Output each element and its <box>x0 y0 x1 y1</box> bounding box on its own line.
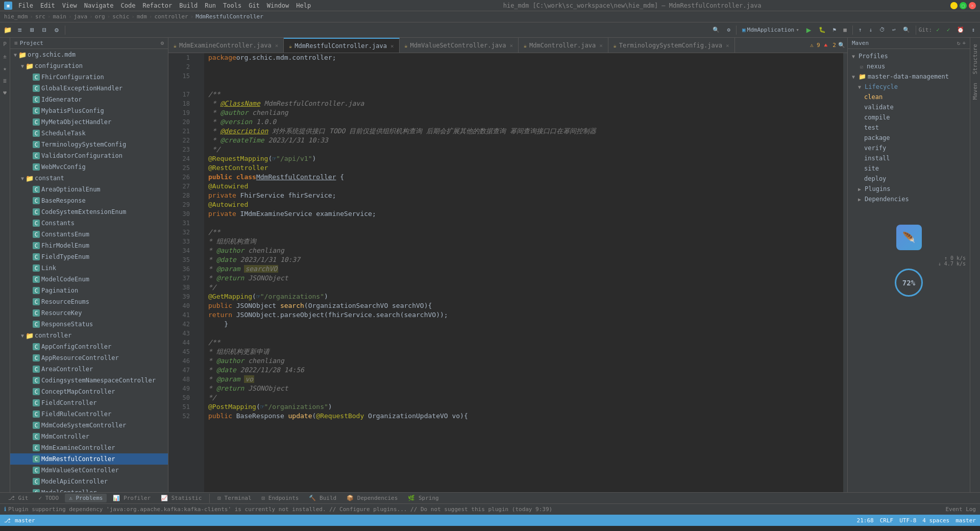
sidebar-item-responsestatus[interactable]: CResponseStatus <box>10 319 168 330</box>
maven-install[interactable]: install <box>848 153 970 163</box>
scrollbar[interactable] <box>843 53 847 492</box>
maven-plugins[interactable]: ▶ Plugins <box>848 184 970 194</box>
line-endings[interactable]: CRLF <box>880 517 894 524</box>
sidebar-item-codingsystemnamespacecontroller[interactable]: CCodingsystemNamespaceController <box>10 375 168 386</box>
maven-lifecycle[interactable]: ▼ Lifecycle <box>848 82 970 92</box>
sidebar-item-mdmcodesystemcontroller[interactable]: CMdmCodeSystemController <box>10 420 168 431</box>
tab-mdm-valueset[interactable]: ☕ MdmValueSetController.java × <box>400 38 519 53</box>
maven-compile[interactable]: compile <box>848 112 970 123</box>
tab-mdm-restful[interactable]: ☕ MdmRestfulController.java × <box>284 38 399 53</box>
collapse-all-icon[interactable]: ⊟ <box>39 25 50 36</box>
sidebar-item-mdmvaluesetcontroller[interactable]: CMdmValueSetController <box>10 465 168 476</box>
menu-code[interactable]: Code <box>118 1 139 10</box>
bottom-tab-profiler[interactable]: 📊 Profiler <box>109 494 155 502</box>
bottom-tab-endpoints[interactable]: ⊡ Endpoints <box>258 494 303 502</box>
sidebar-item-webmvcconfig[interactable]: CWebMvcConfig <box>10 161 168 173</box>
menu-file[interactable]: File <box>15 1 36 10</box>
structure-panel-label[interactable]: Structure <box>972 40 978 79</box>
bottom-tab-todo[interactable]: ✓ TODO <box>35 494 63 502</box>
git-x-icon[interactable]: ✓ <box>944 25 953 36</box>
event-log-btn[interactable]: Event Log <box>945 506 976 513</box>
breadcrumb-item[interactable]: org <box>95 13 105 20</box>
structure-icon[interactable]: ≡ <box>14 25 26 36</box>
sidebar-item-baseresponse[interactable]: CBaseResponse <box>10 195 168 206</box>
sidebar-item-fieldrulecontroller[interactable]: CFieldRuleController <box>10 408 168 420</box>
sidebar-item-appconfigcontroller[interactable]: CAppConfigController <box>10 341 168 352</box>
close-tab-icon[interactable]: × <box>599 42 603 49</box>
sidebar-item-pagination[interactable]: CPagination <box>10 285 168 296</box>
sidebar-tools[interactable]: ⚙ <box>160 40 164 46</box>
sidebar-item-conceptmapcontroller[interactable]: CConceptMapController <box>10 386 168 397</box>
indent-label[interactable]: 4 spaces <box>922 517 949 524</box>
tab-mdm-examine[interactable]: ☕ MdmExamineController.java × <box>168 38 284 53</box>
sidebar-item-codesystemextensionenum[interactable]: CCodeSystemExtensionEnum <box>10 206 168 218</box>
sidebar-item-constants[interactable]: CConstants <box>10 218 168 229</box>
menu-help[interactable]: Help <box>293 1 314 10</box>
menu-edit[interactable]: Edit <box>37 1 58 10</box>
settings-icon[interactable]: ⚙ <box>51 25 62 36</box>
maven-nexus[interactable]: ☑ nexus <box>848 61 970 71</box>
sidebar-item-scheduletask[interactable]: CScheduleTask <box>10 128 168 139</box>
close-button[interactable]: × <box>969 2 976 9</box>
tab-terminology[interactable]: ☕ TerminologySystemConfig.java × <box>608 38 735 53</box>
bottom-tab-build[interactable]: 🔨 Build <box>305 494 340 502</box>
git-clock-icon[interactable]: ⏰ <box>954 25 967 36</box>
encoding[interactable]: UTF-8 <box>899 517 916 524</box>
maven-dependencies[interactable]: ▶ Dependencies <box>848 194 970 204</box>
search-icon[interactable]: 🔍 <box>900 25 913 36</box>
maven-validate[interactable]: validate <box>848 102 970 112</box>
breadcrumb-item[interactable]: controller <box>154 13 188 20</box>
git-check-icon[interactable]: ✓ <box>933 25 943 36</box>
maven-add-icon[interactable]: + <box>962 40 966 46</box>
project-icon[interactable]: 📁 <box>2 25 13 36</box>
sidebar-item-fieldtypeenum[interactable]: CFieldTypeEnum <box>10 251 168 262</box>
run-button[interactable]: ▶ <box>803 25 815 36</box>
run-config-dropdown[interactable]: ▣ MdmApplication ▾ <box>739 25 802 36</box>
settings-btn[interactable]: ⚙ <box>724 25 733 36</box>
menu-git[interactable]: Git <box>246 1 263 10</box>
bottom-tab-terminal[interactable]: ⊡ Terminal <box>213 494 255 502</box>
bottom-tab-dependencies[interactable]: 📦 Dependencies <box>342 494 402 502</box>
maven-refresh-icon[interactable]: ↻ <box>957 40 961 46</box>
sidebar-item-modelapicontroller[interactable]: CModelApiController <box>10 476 168 487</box>
menu-tools[interactable]: Tools <box>220 1 244 10</box>
maven-profiles[interactable]: ▼ Profiles <box>848 51 970 61</box>
sidebar-item-idgenerator[interactable]: CIdGenerator <box>10 94 168 105</box>
maven-project[interactable]: ▼ 📁 master-data-management <box>848 71 970 82</box>
search-everywhere-btn[interactable]: 🔍 <box>709 25 723 36</box>
breadcrumb-item[interactable]: schic <box>112 13 129 20</box>
maximize-button[interactable]: □ <box>960 2 967 9</box>
sidebar-item-constant[interactable]: ▼📁constant <box>10 173 168 184</box>
git-branch-label[interactable]: master <box>15 517 35 524</box>
menu-refactor[interactable]: Refactor <box>139 1 175 10</box>
maven-verify[interactable]: verify <box>848 143 970 153</box>
menu-run[interactable]: Run <box>202 1 219 10</box>
maven-deploy[interactable]: deploy <box>848 174 970 184</box>
maven-panel-label[interactable]: Maven <box>972 79 978 104</box>
sidebar-item-link[interactable]: CLink <box>10 262 168 274</box>
bottom-tab-git[interactable]: ⎇ Git <box>4 494 33 502</box>
undo-icon[interactable]: ↩ <box>889 25 899 36</box>
breadcrumb-item[interactable]: main <box>53 13 66 20</box>
breadcrumb-item[interactable]: mdm <box>137 13 147 20</box>
sidebar-item-terminologysystemconfig[interactable]: CTerminologySystemConfig <box>10 139 168 150</box>
inspect-icon[interactable]: 🔍 <box>838 42 845 49</box>
code-content[interactable]: package org.schic.mdm.controller;/** * @… <box>204 53 843 492</box>
debug-button[interactable]: 🐛 <box>816 25 829 36</box>
sidebar-item-modelcontroller[interactable]: CModelController <box>10 487 168 492</box>
close-tab-icon[interactable]: × <box>509 42 513 49</box>
coverage-button[interactable]: ⚑ <box>830 25 840 36</box>
close-tab-icon[interactable]: × <box>275 42 279 49</box>
sidebar-item-globalexceptionhandler[interactable]: CGlobalExceptionHandler <box>10 83 168 94</box>
expand-all-icon[interactable]: ⊞ <box>27 25 38 36</box>
sidebar-item-mdmrestfulcontroller[interactable]: CMdmRestfulController <box>10 453 168 465</box>
tab-mdm-controller[interactable]: ☕ MdmController.java × <box>519 38 608 53</box>
maven-site[interactable]: site <box>848 163 970 174</box>
sidebar-item-fieldcontroller[interactable]: CFieldController <box>10 397 168 408</box>
bookmark-activity-icon[interactable]: ★ <box>1 64 9 73</box>
menu-navigate[interactable]: Navigate <box>81 1 117 10</box>
sidebar-item-resourceenums[interactable]: CResourceEnums <box>10 296 168 307</box>
sidebar-item-mdmexaminecontroller[interactable]: CMdmExamineController <box>10 442 168 453</box>
bottom-tab-problems[interactable]: ⚠ Problems <box>65 494 107 502</box>
maven-package[interactable]: package <box>848 133 970 143</box>
